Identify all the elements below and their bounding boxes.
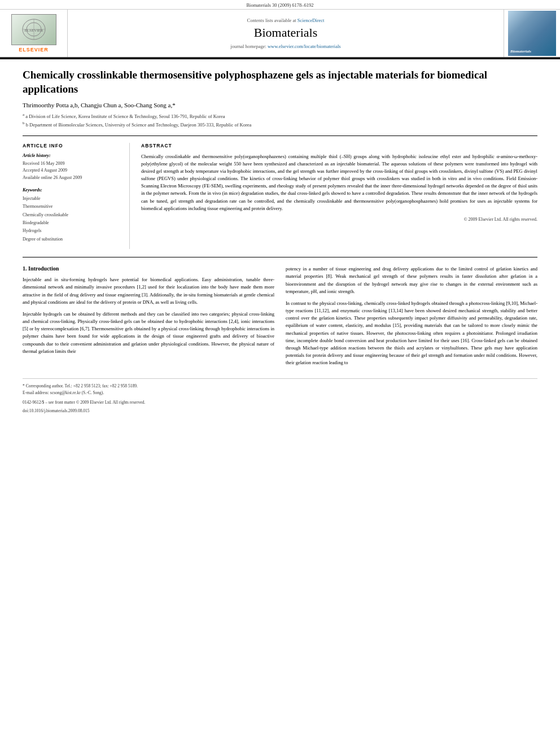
received-date: Received 16 May 2009 — [23, 160, 121, 168]
journal-header-left: ELSEVIER ELSEVIER — [0, 10, 68, 57]
history-label: Article history: — [23, 153, 121, 158]
intro-para-2: Injectable hydrogels can be obtained by … — [23, 311, 274, 355]
available-date: Available online 26 August 2009 — [23, 174, 121, 182]
logo-image: ELSEVIER — [11, 14, 56, 45]
keywords-list: Injectable Thermosensitive Chemically cr… — [23, 195, 121, 243]
body-section: 1. Introduction Injectable and in situ-f… — [23, 257, 537, 413]
email-note: E-mail address: scsong@kist.re.kr (S.-C.… — [23, 390, 537, 395]
article-content: Chemically crosslinkable thermosensitive… — [0, 59, 560, 425]
keyword-5: Hydrogels — [23, 227, 121, 235]
article-title: Chemically crosslinkable thermosensitive… — [23, 68, 537, 96]
article-info-col: ARTICLE INFO Article history: Received 1… — [23, 143, 130, 250]
svg-text:ELSEVIER: ELSEVIER — [24, 28, 43, 33]
keyword-1: Injectable — [23, 195, 121, 203]
right-para-2: In contrast to the physical cross-linkin… — [286, 300, 537, 367]
journal-title: Biomaterials — [79, 25, 492, 40]
accepted-date: Accepted 4 August 2009 — [23, 167, 121, 174]
article-info-abstract: ARTICLE INFO Article history: Received 1… — [23, 136, 537, 250]
article-history: Article history: Received 16 May 2009 Ac… — [23, 153, 121, 182]
license-line: 0142-9612/$ – see front matter © 2009 El… — [23, 400, 537, 405]
right-para-1: potency in a number of tissue engineerin… — [286, 265, 537, 295]
intro-heading: 1. Introduction — [23, 265, 274, 272]
body-two-col: 1. Introduction Injectable and in situ-f… — [23, 265, 537, 371]
journal-header: ELSEVIER ELSEVIER Contents lists availab… — [0, 10, 560, 58]
biomaterials-cover: Biomaterials — [508, 11, 556, 56]
homepage-link[interactable]: www.elsevier.com/locate/biomaterials — [268, 43, 341, 49]
affiliations: a a Division of Life Science, Korea Inst… — [23, 112, 537, 128]
cover-title-text: Biomaterials — [510, 49, 531, 54]
sciencedirect-line: Contents lists available at ScienceDirec… — [79, 18, 492, 23]
citation-text: Biomaterials 30 (2009) 6178–6192 — [246, 2, 313, 8]
journal-header-center: Contents lists available at ScienceDirec… — [68, 10, 504, 57]
keywords-group: Keywords: Injectable Thermosensitive Che… — [23, 187, 121, 243]
authors-line: Thrimoorthy Potta a,b, Changju Chun a, S… — [23, 102, 537, 108]
article-footer: * Corresponding author. Tel.: +82 2 958 … — [23, 378, 537, 413]
journal-homepage: journal homepage: www.elsevier.com/locat… — [79, 43, 492, 49]
copyright-line: © 2009 Elsevier Ltd. All rights reserved… — [141, 217, 537, 222]
abstract-col: ABSTRACT Chemically crosslinkable and th… — [141, 143, 537, 250]
article-info-label: ARTICLE INFO — [23, 143, 121, 148]
keyword-6: Degree of substitution — [23, 235, 121, 243]
body-right-col: potency in a number of tissue engineerin… — [286, 265, 537, 371]
keyword-2: Thermosensitive — [23, 203, 121, 211]
sciencedirect-link[interactable]: ScienceDirect — [298, 18, 325, 23]
abstract-text: Chemically crosslinkable and thermosensi… — [141, 153, 537, 212]
keywords-label: Keywords: — [23, 187, 121, 193]
keyword-3: Chemically crosslinkable — [23, 211, 121, 219]
journal-header-right: Biomaterials — [504, 10, 560, 57]
corresponding-note: * Corresponding author. Tel.: +82 2 958 … — [23, 383, 537, 388]
body-left-col: 1. Introduction Injectable and in situ-f… — [23, 265, 274, 371]
elsevier-logo: ELSEVIER ELSEVIER — [11, 14, 56, 53]
affiliation-a: a a Division of Life Science, Korea Inst… — [23, 112, 537, 120]
author-names: Thrimoorthy Potta a,b, Changju Chun a, S… — [23, 102, 176, 108]
abstract-label: ABSTRACT — [141, 143, 537, 148]
affiliation-b: b b Department of Biomolecular Sciences,… — [23, 120, 537, 129]
dates: Received 16 May 2009 Accepted 4 August 2… — [23, 160, 121, 182]
top-bar: Biomaterials 30 (2009) 6178–6192 — [0, 0, 560, 10]
intro-para-1: Injectable and in situ-forming hydrogels… — [23, 276, 274, 306]
doi-line: doi:10.1016/j.biomaterials.2009.08.015 — [23, 408, 537, 413]
keyword-4: Biodegradable — [23, 219, 121, 227]
elsevier-brand-text: ELSEVIER — [19, 47, 49, 53]
